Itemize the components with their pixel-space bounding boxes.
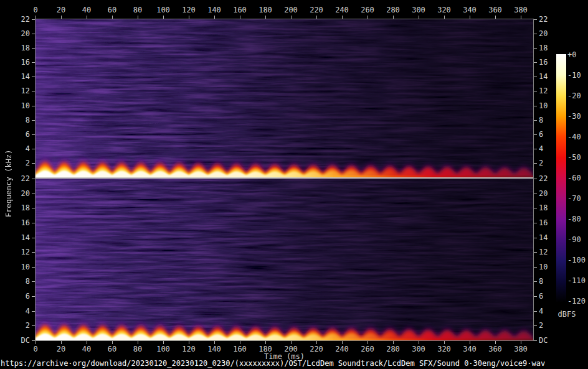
freq-tick-label: 8 — [11, 278, 30, 286]
time-tick — [240, 341, 240, 344]
time-tick — [495, 341, 496, 344]
time-tick — [163, 341, 164, 344]
freq-tick-label: 22 — [539, 175, 557, 183]
time-tick — [189, 341, 189, 344]
time-tick-label: 360 — [483, 6, 508, 14]
time-tick — [495, 16, 496, 19]
time-tick — [393, 16, 394, 19]
freq-tick — [534, 296, 537, 297]
freq-tick — [534, 149, 537, 149]
time-tick-label: 80 — [125, 6, 150, 14]
time-tick-label: 200 — [278, 6, 303, 14]
time-tick — [521, 341, 521, 344]
time-tick — [87, 16, 87, 19]
time-tick — [521, 16, 521, 19]
channel-separator — [35, 177, 534, 179]
time-tick — [87, 341, 87, 344]
colorbar-tick-label: -120 — [567, 297, 588, 306]
time-tick — [316, 341, 317, 344]
freq-tick-label: 14 — [11, 73, 30, 81]
time-tick — [240, 16, 240, 19]
spectrogram-screenshot: 0020204040606080801001001201201401401601… — [0, 0, 588, 369]
freq-tick — [32, 340, 35, 341]
time-tick — [214, 341, 215, 344]
time-tick — [61, 16, 62, 19]
colorbar-tick-label: -80 — [567, 215, 588, 223]
freq-tick-label: 22 — [11, 175, 30, 183]
freq-tick-label: 6 — [11, 131, 30, 139]
time-tick — [291, 341, 292, 344]
time-tick — [36, 341, 36, 344]
freq-tick — [534, 48, 537, 49]
freq-tick-label: 22 — [11, 16, 30, 24]
frequency-axis-title: Frequency (kHz) — [4, 146, 13, 217]
time-tick-label: 240 — [330, 6, 354, 14]
freq-tick — [32, 311, 35, 312]
colorbar-tick-label: -10 — [567, 71, 588, 80]
freq-tick — [32, 179, 35, 179]
freq-tick-label: 22 — [539, 16, 557, 24]
time-tick — [214, 16, 215, 19]
freq-tick-label: 4 — [11, 307, 30, 315]
freq-tick — [32, 223, 35, 223]
freq-tick-label: 2 — [539, 322, 557, 330]
time-tick-label: 180 — [253, 6, 278, 14]
time-tick — [163, 16, 164, 19]
freq-tick — [32, 34, 35, 34]
freq-tick — [534, 19, 537, 20]
freq-tick-label: 18 — [539, 44, 557, 52]
time-tick-label: 220 — [304, 6, 329, 14]
freq-tick — [534, 106, 537, 106]
time-tick-label: 40 — [74, 6, 99, 14]
freq-tick — [534, 281, 537, 282]
freq-tick-label: 14 — [539, 234, 557, 242]
spectrogram-channel-2 — [36, 179, 533, 340]
time-tick-label: 340 — [457, 6, 482, 14]
freq-tick — [534, 208, 537, 208]
time-tick-label: 160 — [227, 6, 252, 14]
freq-tick — [32, 163, 35, 164]
freq-tick-label: 8 — [539, 278, 557, 286]
freq-tick-label: 10 — [539, 102, 557, 110]
time-tick — [393, 341, 394, 344]
colorbar-tick-label: -50 — [567, 153, 588, 162]
freq-tick-label: 8 — [539, 116, 557, 124]
freq-tick-label: 16 — [539, 219, 557, 227]
freq-tick-label: DC — [11, 337, 30, 345]
freq-tick — [32, 106, 35, 106]
freq-tick — [534, 325, 537, 326]
freq-tick — [534, 267, 537, 268]
time-tick-label: 320 — [432, 6, 457, 14]
freq-tick — [32, 267, 35, 268]
time-tick — [138, 16, 138, 19]
freq-tick — [534, 163, 537, 164]
freq-tick — [534, 223, 537, 223]
freq-tick — [32, 281, 35, 282]
freq-tick-label: 16 — [11, 219, 30, 227]
time-tick — [419, 341, 419, 344]
freq-tick — [32, 149, 35, 149]
freq-tick-label: 14 — [539, 73, 557, 81]
freq-tick-label: 10 — [11, 263, 30, 271]
time-tick — [265, 341, 266, 344]
freq-tick-label: 10 — [539, 263, 557, 271]
freq-tick — [534, 311, 537, 312]
freq-tick-label: DC — [539, 337, 557, 345]
freq-tick-label: 2 — [11, 322, 30, 330]
freq-tick-label: 6 — [539, 292, 557, 301]
freq-tick — [534, 252, 537, 253]
freq-tick-label: 4 — [11, 145, 30, 153]
freq-tick — [32, 134, 35, 135]
freq-tick-label: 8 — [11, 116, 30, 124]
freq-tick-label: 20 — [11, 30, 30, 38]
freq-tick — [32, 91, 35, 91]
time-tick-label: 0 — [23, 6, 48, 14]
footer-url: https://archive·org/download/20230120_20… — [1, 359, 588, 368]
freq-tick-label: 18 — [11, 204, 30, 212]
time-tick-label: 140 — [202, 6, 227, 14]
freq-tick — [32, 19, 35, 20]
time-tick-label: 60 — [100, 6, 125, 14]
freq-tick-label: 18 — [539, 204, 557, 212]
colorbar-unit-label: dBFS — [552, 310, 582, 319]
freq-tick — [32, 208, 35, 208]
